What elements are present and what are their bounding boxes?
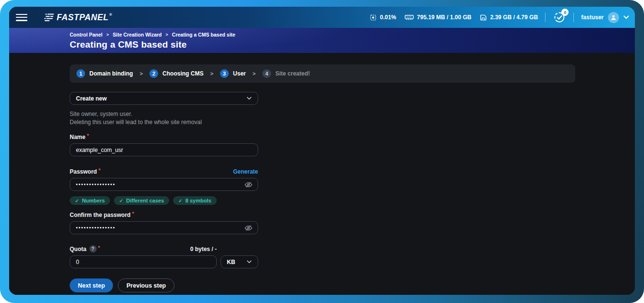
breadcrumb: Control Panel > Site Creation Wizard > C… (70, 32, 635, 38)
content: 1 Domain binding > 2 Choosing CMS > 3 Us… (9, 53, 635, 295)
step-number: 1 (76, 69, 85, 78)
step-separator-icon: > (253, 71, 256, 76)
chevron-down-icon (623, 15, 629, 19)
registered-mark: ® (109, 13, 112, 17)
description-line-2: Deleting this user will lead to the whol… (70, 118, 258, 126)
wizard-steps: 1 Domain binding > 2 Choosing CMS > 3 Us… (70, 64, 575, 83)
required-marker: * (87, 133, 89, 139)
logo-text: FASTPANEL (57, 13, 109, 23)
disk-stat: 2.39 GB / 4.79 GB (480, 14, 538, 21)
step-number: 4 (262, 69, 271, 78)
ram-value: 795.19 MB / 1.00 GB (417, 14, 471, 21)
step-separator-icon: > (210, 71, 213, 76)
user-form: Create new Site owner, system user. Dele… (70, 92, 258, 292)
disk-icon (480, 14, 487, 21)
chevron-down-icon (247, 260, 252, 264)
cpu-icon (370, 14, 377, 21)
cpu-value: 0.01% (380, 14, 396, 21)
user-description: Site owner, system user. Deleting this u… (70, 110, 258, 126)
step-label: Choosing CMS (162, 70, 203, 77)
ram-icon (405, 14, 414, 21)
topbar-divider (573, 13, 574, 22)
step-label: Domain binding (89, 70, 133, 77)
breadcrumb-current: Creating a CMS based site (172, 32, 235, 38)
password-check-8-symbols: ✓ 8 symbols (173, 196, 216, 205)
password-label: Password * (70, 168, 100, 175)
next-step-button[interactable]: Next step (70, 278, 113, 292)
form-buttons: Next step Previous step (70, 278, 258, 292)
wizard-step-site-created: 4 Site created! (262, 69, 310, 78)
notification-badge: 0 (561, 9, 569, 16)
ram-stat: 795.19 MB / 1.00 GB (405, 14, 471, 21)
required-marker: * (98, 245, 100, 251)
menu-icon[interactable] (16, 14, 27, 21)
step-separator-icon: > (140, 71, 143, 76)
user-select[interactable]: Create new (70, 92, 258, 105)
password-input[interactable] (70, 178, 258, 191)
breadcrumb-control-panel[interactable]: Control Panel (70, 32, 102, 38)
breadcrumb-separator-icon: > (106, 32, 109, 37)
previous-step-button[interactable]: Previous step (118, 278, 174, 292)
topbar-divider (545, 13, 545, 22)
cpu-stat: 0.01% (370, 14, 396, 21)
password-field (70, 175, 258, 191)
generate-password-link[interactable]: Generate (233, 168, 258, 175)
page-title: Creating a CMS based site (70, 39, 635, 50)
quota-header: Quota ? * 0 bytes / - (70, 245, 217, 252)
disk-value: 2.39 GB / 4.79 GB (490, 14, 538, 21)
wizard-step-user[interactable]: 3 User (220, 69, 246, 78)
quota-label: Quota ? * (70, 245, 100, 252)
topbar-stats: 0.01% 795.19 MB / 1.00 GB 2.39 GB / (370, 11, 630, 24)
step-label: Site created! (275, 70, 310, 77)
user-avatar (608, 12, 619, 23)
notifications-button[interactable]: 0 (553, 11, 566, 24)
quota-row: KB (70, 255, 258, 268)
app-window: FASTPANEL ® 0.01% (0, 0, 644, 303)
check-icon: ✓ (178, 198, 182, 203)
confirm-password-label: Confirm the password * (70, 212, 258, 218)
quota-unit-value: KB (227, 259, 235, 265)
required-marker: * (132, 211, 134, 216)
required-marker: * (99, 167, 100, 173)
name-input[interactable] (70, 143, 258, 156)
name-label: Name * (70, 134, 258, 140)
description-line-1: Site owner, system user. (70, 110, 258, 118)
confirm-password-field (70, 218, 258, 234)
main-panel: FASTPANEL ® 0.01% (9, 7, 635, 295)
eye-off-icon[interactable] (244, 181, 253, 189)
breadcrumb-separator-icon: > (166, 32, 168, 37)
password-checks: ✓ Numbers ✓ Different cases ✓ 8 symbols (70, 196, 258, 205)
eye-off-icon[interactable] (244, 224, 253, 232)
quota-help-icon[interactable]: ? (89, 245, 97, 252)
page-header: Control Panel > Site Creation Wizard > C… (9, 28, 635, 53)
quota-usage: 0 bytes / - (190, 246, 217, 252)
fastpanel-logo-icon (42, 13, 54, 22)
person-icon (610, 14, 617, 21)
chevron-down-icon (247, 97, 252, 100)
check-icon: ✓ (119, 198, 123, 203)
step-number: 2 (149, 69, 158, 78)
fastpanel-logo[interactable]: FASTPANEL ® (42, 13, 112, 23)
topbar: FASTPANEL ® 0.01% (9, 7, 635, 28)
quota-unit-select[interactable]: KB (221, 255, 258, 268)
breadcrumb-site-creation-wizard[interactable]: Site Creation Wizard (113, 32, 162, 38)
step-label: User (233, 70, 246, 77)
step-number: 3 (220, 69, 229, 78)
password-check-numbers: ✓ Numbers (70, 196, 110, 205)
username-label: fastuser (581, 14, 604, 21)
password-check-different-cases: ✓ Different cases (114, 196, 169, 205)
wizard-step-domain-binding[interactable]: 1 Domain binding (76, 69, 133, 78)
confirm-password-input[interactable] (70, 221, 258, 234)
password-label-row: Password * Generate (70, 168, 258, 175)
user-select-value: Create new (76, 95, 107, 102)
user-menu[interactable]: fastuser (581, 12, 629, 23)
check-icon: ✓ (75, 198, 79, 203)
wizard-step-choosing-cms[interactable]: 2 Choosing CMS (149, 69, 203, 78)
quota-input[interactable] (70, 255, 217, 268)
